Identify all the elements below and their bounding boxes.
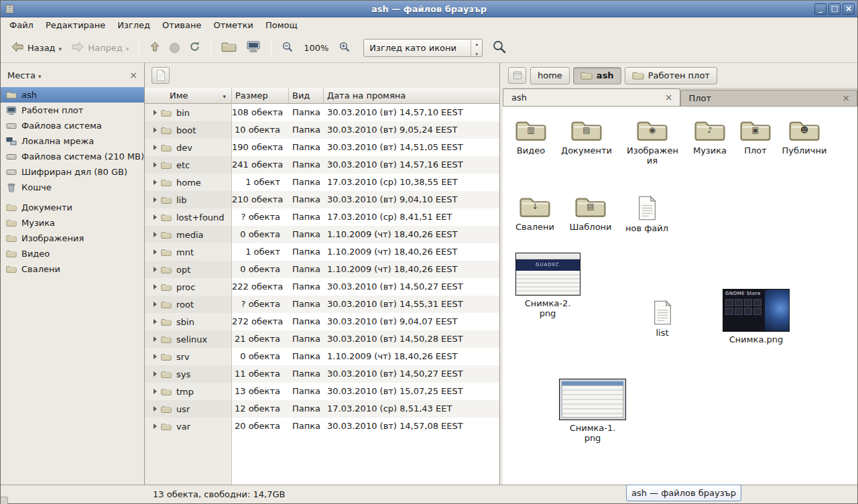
sidebar-item-локална-мрежа[interactable]: Локална мрежа (1, 133, 144, 149)
stop-button[interactable] (165, 37, 184, 58)
tree-row-sbin[interactable]: sbin272 обектаПапка30.03.2010 (вт) 9,04,… (145, 313, 499, 330)
tree-row-root[interactable]: root? обектаПапка30.03.2010 (вт) 14,55,3… (145, 296, 499, 313)
expander-icon[interactable] (154, 180, 157, 185)
file-item-снимка-2.-png[interactable]: GUADECСнимка-2. png (511, 253, 585, 318)
tree-row-home[interactable]: home1 обектПапка17.03.2010 (ср) 10,38,55… (145, 174, 499, 191)
file-item-плот[interactable]: ▣Плот (729, 116, 782, 155)
sidebar-item-документи[interactable]: Документи (1, 200, 144, 215)
sidebar-item-изображения[interactable]: Изображения (1, 231, 144, 246)
places-title[interactable]: Места (7, 70, 36, 80)
expander-icon[interactable] (154, 145, 157, 150)
file-item-снимка.png[interactable]: GNOME StoreСнимка.png (719, 289, 793, 344)
computer-button[interactable] (241, 37, 265, 58)
menu-item-2[interactable]: Редактиране (40, 19, 111, 32)
minimize-button[interactable] (814, 3, 826, 15)
reload-button[interactable] (184, 37, 205, 58)
file-item-снимка-1.-png[interactable]: Снимка-1. png (556, 379, 629, 443)
taskbar-window-button[interactable]: ash — файлов браузър (626, 485, 741, 501)
menu-item-3[interactable]: Изглед (111, 19, 156, 32)
tree-row-bin[interactable]: bin108 обектаПапка30.03.2010 (вт) 14,57,… (145, 104, 499, 121)
back-button[interactable]: Назад (6, 37, 66, 58)
file-item-публични[interactable]: ☻Публични (778, 116, 831, 155)
home-folder-button[interactable] (217, 37, 241, 58)
sidebar-item-ash[interactable]: ash (1, 87, 144, 103)
tree-row-opt[interactable]: opt0 обектаПапка1.10.2009 (чт) 18,40,26 … (145, 261, 499, 278)
sidebar-close-icon[interactable] (129, 70, 137, 80)
sidebar-item-кошче[interactable]: Кошче (1, 180, 144, 195)
expander-icon[interactable] (154, 197, 157, 202)
file-item-нов-файл[interactable]: нов файл (620, 194, 674, 233)
titlebar[interactable]: ash — файлов браузър (1, 1, 857, 17)
pathbar-button-работен-плот[interactable]: Работен плот (625, 67, 717, 84)
sidebar-item-видео[interactable]: Видео (1, 246, 144, 261)
maximize-button[interactable] (829, 3, 841, 15)
tree-row-tmp[interactable]: tmp13 обектаПапка30.03.2010 (вт) 15,07,2… (145, 383, 499, 400)
file-item-шаблони[interactable]: ▤Шаблони (564, 192, 617, 232)
tab-ash[interactable]: ash (503, 88, 680, 106)
tree-row-var[interactable]: var20 обектаПапка30.03.2010 (вт) 14,57,0… (145, 418, 499, 435)
expander-icon[interactable] (154, 354, 157, 359)
sidebar-item-файлова-система[interactable]: Файлова система (1, 118, 144, 133)
tree-row-etc[interactable]: etc241 обектаПапка30.03.2010 (вт) 14,57,… (145, 156, 499, 174)
sidebar-item-работен-плот[interactable]: Работен плот (1, 103, 144, 118)
tab-плот[interactable]: Плот (680, 90, 858, 106)
tab-close-icon[interactable] (665, 92, 673, 103)
file-item-документи[interactable]: ▤Документи (560, 116, 613, 155)
expander-icon[interactable] (154, 389, 157, 394)
expander-icon[interactable] (154, 336, 157, 342)
close-button[interactable] (843, 3, 855, 15)
file-item-изображен-ия[interactable]: ◉Изображен ия (627, 116, 678, 166)
sidebar-item-файлова-система-210-mb-[interactable]: Файлова система (210 MB) (1, 149, 144, 164)
tab-close-icon[interactable] (842, 93, 850, 103)
view-mode-select[interactable]: Изглед като икони (363, 39, 483, 57)
expander-icon[interactable] (154, 214, 157, 220)
icon-view[interactable]: ▥Видео▤Документи◉Изображен ия♪Музика▣Пло… (503, 107, 857, 485)
column-header-size[interactable]: Размер (232, 88, 289, 104)
tree-row-mnt[interactable]: mnt1 обектПапка1.10.2009 (чт) 18,40,26 E… (145, 243, 499, 261)
menu-item-6[interactable]: Помощ (259, 19, 304, 32)
forward-button[interactable]: Напред (66, 37, 133, 58)
up-button[interactable] (145, 37, 165, 58)
tree-row-media[interactable]: media0 обектаПапка1.10.2009 (чт) 18,40,2… (145, 226, 499, 243)
file-item-свалени[interactable]: ↓Свалени (508, 192, 562, 232)
zoom-out-button[interactable] (277, 37, 298, 58)
expander-icon[interactable] (154, 406, 157, 412)
column-header-name[interactable]: Име (145, 88, 232, 104)
sidebar-item-свалени[interactable]: Свалени (1, 261, 144, 277)
expander-icon[interactable] (154, 424, 157, 429)
column-header-date[interactable]: Дата на промяна (324, 88, 499, 104)
tree-row-dev[interactable]: dev190 обектаПапка30.03.2010 (вт) 14,51,… (145, 139, 499, 156)
tree-row-lib[interactable]: lib210 обектаПапка30.03.2010 (вт) 9,04,1… (145, 191, 499, 208)
menu-item-4[interactable]: Отиване (156, 19, 207, 32)
places-chevron-icon[interactable] (38, 70, 42, 80)
tree-row-srv[interactable]: srv0 обектаПапка1.10.2009 (чт) 18,40,26 … (145, 348, 499, 365)
menu-item-1[interactable]: Файл (3, 19, 40, 32)
expander-icon[interactable] (154, 127, 157, 133)
column-header-type[interactable]: Вид (289, 88, 324, 104)
pathbar-button-home[interactable]: home (530, 67, 570, 84)
tree-row-sys[interactable]: sys11 обектаПапка30.03.2010 (вт) 14,50,2… (145, 365, 499, 383)
pathbar-button-ash[interactable]: ash (573, 67, 621, 84)
expander-icon[interactable] (154, 302, 157, 307)
expander-icon[interactable] (154, 319, 157, 324)
sidebar-item-шифриран-дял-80-gb-[interactable]: Шифриран дял (80 GB) (1, 164, 144, 180)
pane-toggle-button[interactable] (508, 67, 526, 84)
expander-icon[interactable] (154, 249, 157, 255)
expander-icon[interactable] (154, 162, 157, 168)
expander-icon[interactable] (154, 110, 157, 115)
file-item-видео[interactable]: ▥Видео (504, 116, 558, 155)
tree-row-selinux[interactable]: selinux21 обектаПапка30.03.2010 (вт) 14,… (145, 330, 499, 348)
tree-row-usr[interactable]: usr12 обектаПапка17.03.2010 (ср) 8,51,43… (145, 400, 499, 418)
notes-button[interactable] (151, 67, 170, 84)
expander-icon[interactable] (154, 371, 157, 377)
expander-icon[interactable] (154, 267, 157, 272)
tree-row-boot[interactable]: boot10 обектаПапка30.03.2010 (вт) 9,05,2… (145, 121, 499, 139)
sidebar-item-музика[interactable]: Музика (1, 215, 144, 231)
expander-icon[interactable] (154, 232, 157, 237)
tree-row-proc[interactable]: proc222 обектаПапка30.03.2010 (вт) 14,50… (145, 278, 499, 296)
tree-row-lost+found[interactable]: lost+found? обектаПапка17.03.2010 (ср) 8… (145, 208, 499, 226)
expander-icon[interactable] (154, 284, 157, 290)
file-item-list[interactable]: list (632, 298, 692, 338)
combo-spinner[interactable] (471, 40, 482, 56)
zoom-in-button[interactable] (334, 37, 355, 58)
